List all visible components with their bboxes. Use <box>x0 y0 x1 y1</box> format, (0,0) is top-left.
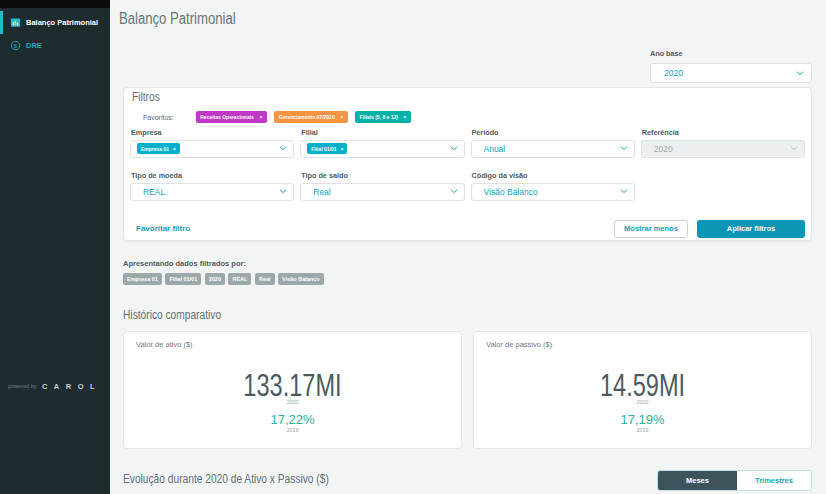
passivo-percent: 17,19% <box>486 412 799 427</box>
field-tipo-moeda: Tipo de moeda REAL <box>130 167 294 201</box>
applied-chip: Real <box>255 273 275 286</box>
ativo-percent: 17,22% <box>136 412 449 427</box>
field-tipo-saldo: Tipo de saldo Real <box>300 167 464 201</box>
sidebar-nav: Balanço Patrimonial $ DRE <box>0 8 110 57</box>
evolution-header: Evolução durante 2020 de Ativo x Passivo… <box>123 470 812 491</box>
evolution-title: Evolução durante 2020 de Ativo x Passivo… <box>123 472 329 486</box>
applied-chip: REAL <box>228 273 251 286</box>
chevron-down-icon <box>790 146 798 151</box>
field-label: Empresa <box>131 129 294 137</box>
field-label: Tipo de saldo <box>301 172 464 180</box>
field-periodo: Período Anual <box>471 124 635 158</box>
favorite-filter-link[interactable]: Favoritar filtro <box>136 224 190 233</box>
favorite-chip[interactable]: Receitas Operacionais × <box>196 111 267 123</box>
ano-base-select[interactable]: 2020 <box>650 63 812 83</box>
page-title: Balanço Patrimonial <box>119 0 687 28</box>
powered-by: powered by CAROL <box>8 382 101 391</box>
ano-base-field: Ano base 2020 <box>650 49 812 84</box>
applied-filters-chips: Empresa 01 Filial 01/01 2020 REAL Real V… <box>123 273 812 286</box>
chip-label: Empresa 01 <box>141 146 169 152</box>
field-label: Tipo de moeda <box>131 172 294 180</box>
close-icon[interactable]: × <box>173 146 176 152</box>
filter-fields: Empresa Empresa 01 × Filial Filial 01/01 <box>130 124 805 201</box>
passivo-card-label: Valor de passivo ($) <box>486 340 799 349</box>
historico-title: Histórico comparativo <box>123 308 709 322</box>
close-icon[interactable]: × <box>340 114 343 120</box>
favorite-chip-label: Filiais (5, 8 e 12) <box>360 114 398 120</box>
chevron-down-icon <box>620 189 628 194</box>
passivo-card: Valor de passivo ($) 14.59MI 2020 17,19%… <box>473 331 812 449</box>
applied-filters-label: Apresentando dados filtrados por: <box>123 259 812 268</box>
chevron-down-icon <box>796 71 804 76</box>
field-label: Filial <box>301 129 464 137</box>
tipo-saldo-value: Real <box>313 187 330 197</box>
field-label: Código da visão <box>472 172 635 180</box>
favorite-chip-label: Receitas Operacionais <box>200 114 254 120</box>
sidebar-item-balanco-patrimonial[interactable]: Balanço Patrimonial <box>0 11 110 34</box>
ativo-value: 133.17MI <box>174 372 412 399</box>
codigo-visao-value: Visão Balanco <box>484 187 538 197</box>
referencia-value: 2020 <box>654 144 673 154</box>
sidebar: Balanço Patrimonial $ DRE powered by CAR… <box>0 0 110 494</box>
powered-by-text: powered by <box>8 383 36 389</box>
passivo-value: 14.59MI <box>524 372 762 399</box>
chevron-down-icon <box>279 146 287 151</box>
field-empresa: Empresa Empresa 01 × <box>130 124 294 158</box>
applied-chip: Empresa 01 <box>123 273 162 286</box>
main-content: Balanço Patrimonial Ano base 2020 Filtro… <box>110 0 826 494</box>
favorites-label: Favoritos: <box>143 114 174 121</box>
sidebar-item-dre[interactable]: $ DRE <box>0 34 110 57</box>
field-label: Referência <box>642 129 805 137</box>
periodo-select[interactable]: Anual <box>471 140 635 158</box>
chevron-down-icon <box>450 146 458 151</box>
empresa-select[interactable]: Empresa 01 × <box>130 140 294 158</box>
ativo-card: Valor de ativo ($) 133.17MI 2020 17,22% … <box>123 331 462 449</box>
filter-actions: Favoritar filtro Mostrar menos Aplicar f… <box>130 220 805 238</box>
filters-card: Filtros Favoritos: Receitas Operacionais… <box>123 87 812 241</box>
close-icon[interactable]: × <box>259 114 262 120</box>
carol-logo: CAROL <box>42 382 101 391</box>
comparative-cards: Valor de ativo ($) 133.17MI 2020 17,22% … <box>123 331 812 449</box>
trimestres-button[interactable]: Trimestres <box>737 471 811 490</box>
applied-filters: Apresentando dados filtrados por: Empres… <box>123 259 812 286</box>
ano-base-value: 2020 <box>664 68 683 78</box>
chevron-down-icon <box>279 189 287 194</box>
favorite-chip[interactable]: Gerenciamento 07/2020 × <box>274 111 347 123</box>
passivo-percent-year: 2019 <box>486 427 799 433</box>
balance-sheet-icon <box>10 17 21 28</box>
sidebar-item-label: Balanço Patrimonial <box>26 18 98 27</box>
applied-chip: Filial 01/01 <box>165 273 201 286</box>
svg-text:$: $ <box>13 43 17 49</box>
period-toggle: Meses Trimestres <box>657 470 812 491</box>
sidebar-item-label: DRE <box>26 41 42 50</box>
ativo-percent-year: 2019 <box>136 427 449 433</box>
dollar-circle-icon: $ <box>10 40 21 51</box>
empresa-chip[interactable]: Empresa 01 × <box>137 143 180 154</box>
chevron-down-icon <box>620 146 628 151</box>
field-filial: Filial Filial 01/01 × <box>300 124 464 158</box>
chevron-down-icon <box>450 189 458 194</box>
show-less-button[interactable]: Mostrar menos <box>614 220 688 238</box>
close-icon[interactable]: × <box>403 114 406 120</box>
close-icon[interactable]: × <box>341 146 344 152</box>
favorite-chip[interactable]: Filiais (5, 8 e 12) × <box>355 111 411 123</box>
applied-chip: Visão Balanco <box>278 273 324 286</box>
ano-base-label: Ano base <box>650 49 812 58</box>
app: Balanço Patrimonial $ DRE powered by CAR… <box>0 0 826 494</box>
filial-select[interactable]: Filial 01/01 × <box>300 140 464 158</box>
chip-label: Filial 01/01 <box>311 146 336 152</box>
sidebar-top-strip <box>0 0 110 8</box>
apply-filters-button[interactable]: Aplicar filtros <box>697 220 805 238</box>
meses-button[interactable]: Meses <box>658 471 737 490</box>
tipo-moeda-select[interactable]: REAL <box>130 183 294 201</box>
field-referencia: Referência 2020 <box>641 124 805 158</box>
field-label: Período <box>472 129 635 137</box>
tipo-saldo-select[interactable]: Real <box>300 183 464 201</box>
codigo-visao-select[interactable]: Visão Balanco <box>471 183 635 201</box>
filial-chip[interactable]: Filial 01/01 × <box>307 143 347 154</box>
applied-chip: 2020 <box>205 273 225 286</box>
ativo-card-label: Valor de ativo ($) <box>136 340 449 349</box>
referencia-select: 2020 <box>641 140 805 158</box>
favorites-row: Favoritos: Receitas Operacionais × Geren… <box>143 111 805 124</box>
filters-title: Filtros <box>132 91 704 103</box>
